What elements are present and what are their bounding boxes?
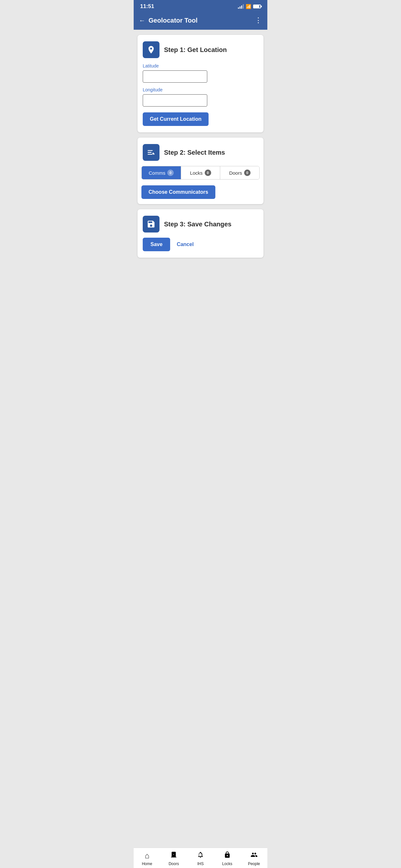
page-title: Geolocator Tool <box>149 17 197 24</box>
cancel-button[interactable]: Cancel <box>177 242 193 247</box>
tab-locks[interactable]: Locks 0 <box>181 166 220 179</box>
step2-tabs-section: Comms 0 Locks 0 Doors 0 Choose Communica… <box>137 166 264 204</box>
back-button[interactable]: ← <box>139 17 145 24</box>
top-bar: ← Geolocator Tool ⋮ <box>134 12 267 30</box>
main-content: Step 1: Get Location Latitude Longitude … <box>134 30 267 297</box>
status-bar: 11:51 📶 <box>134 0 267 12</box>
step2-header: Step 2: Select Items <box>137 137 264 166</box>
tab-comms-label: Comms <box>149 170 166 176</box>
longitude-input[interactable] <box>143 94 207 106</box>
step3-title: Step 3: Save Changes <box>164 221 232 228</box>
select-items-icon <box>143 144 159 161</box>
step3-header: Step 3: Save Changes <box>137 209 264 238</box>
step2-card: Step 2: Select Items Comms 0 Locks 0 Doo… <box>137 137 264 204</box>
longitude-label: Longitude <box>143 87 258 92</box>
tab-comms[interactable]: Comms 0 <box>142 166 181 179</box>
latitude-label: Latitude <box>143 63 258 68</box>
get-location-button[interactable]: Get Current Location <box>143 113 209 126</box>
step1-form: Latitude Longitude Get Current Location <box>137 63 264 132</box>
step1-card: Step 1: Get Location Latitude Longitude … <box>137 35 264 132</box>
tab-comms-badge: 0 <box>167 169 174 176</box>
step1-title: Step 1: Get Location <box>164 46 227 54</box>
choose-communicators-button[interactable]: Choose Communicators <box>142 185 215 199</box>
wifi-icon: 📶 <box>246 4 251 9</box>
save-button[interactable]: Save <box>143 238 170 251</box>
tab-doors-label: Doors <box>229 170 242 176</box>
location-icon <box>143 41 159 58</box>
status-time: 11:51 <box>140 3 154 10</box>
tab-locks-badge: 0 <box>205 169 211 176</box>
battery-icon <box>253 4 261 8</box>
step1-header: Step 1: Get Location <box>137 35 264 63</box>
latitude-input[interactable] <box>143 70 207 83</box>
tabs-row: Comms 0 Locks 0 Doors 0 <box>142 166 259 180</box>
tab-locks-label: Locks <box>190 170 203 176</box>
signal-icon <box>238 4 244 9</box>
save-icon <box>143 216 159 232</box>
tab-doors-badge: 0 <box>244 169 251 176</box>
tab-doors[interactable]: Doors 0 <box>220 166 259 179</box>
status-icons: 📶 <box>238 4 261 9</box>
save-section: Save Cancel <box>137 238 264 258</box>
step3-card: Step 3: Save Changes Save Cancel <box>137 209 264 258</box>
step2-title: Step 2: Select Items <box>164 149 225 156</box>
more-menu-button[interactable]: ⋮ <box>255 16 262 25</box>
